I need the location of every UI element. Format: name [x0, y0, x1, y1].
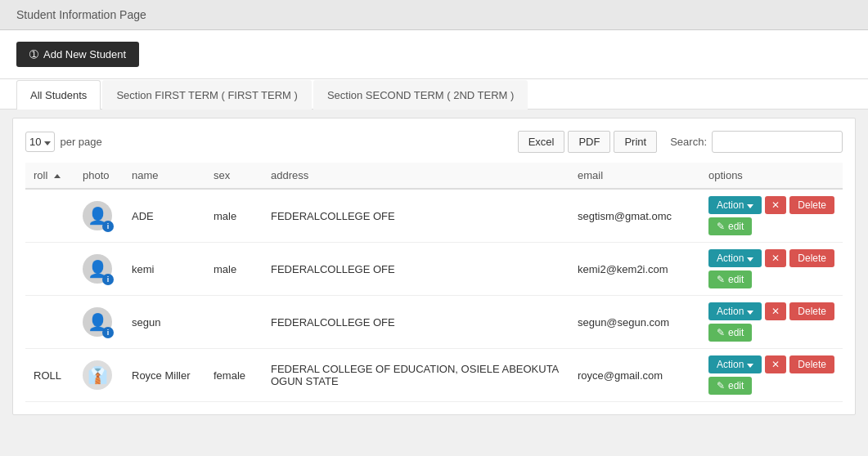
- action-button[interactable]: Action: [708, 249, 762, 267]
- cell-options: Action ✕ Delete ✎ edit: [700, 243, 843, 296]
- action-button[interactable]: Action: [708, 355, 762, 373]
- col-name: name: [124, 163, 205, 189]
- table-row: 👤 i ADEmaleFEDERALCOLLEGE OFEsegtism@gma…: [25, 189, 843, 243]
- pencil-icon: ✎: [717, 274, 725, 285]
- cell-photo: 👤 i: [74, 189, 124, 243]
- delete-button[interactable]: Delete: [789, 302, 834, 320]
- action-row-top: Action ✕ Delete: [708, 249, 834, 267]
- print-button[interactable]: Print: [614, 131, 657, 153]
- excel-button[interactable]: Excel: [518, 131, 565, 153]
- cell-email: segun@segun.com: [569, 296, 700, 349]
- table-header-row: roll photo name sex address: [25, 163, 843, 189]
- delete-label: Delete: [798, 199, 826, 211]
- delete-button[interactable]: Delete: [789, 355, 834, 373]
- per-page-select: 10 per page: [25, 132, 102, 152]
- cell-name: ADE: [124, 189, 205, 243]
- x-button[interactable]: ✕: [765, 302, 786, 320]
- x-button[interactable]: ✕: [765, 196, 786, 214]
- delete-label: Delete: [798, 253, 826, 264]
- delete-label: Delete: [798, 359, 826, 370]
- action-label: Action: [717, 253, 744, 264]
- table-controls: 10 per page Excel PDF Print: [25, 131, 843, 153]
- action-group: Action ✕ Delete ✎ edit: [708, 302, 834, 342]
- page-header: Student Information Page: [0, 0, 868, 30]
- search-container: Search:: [670, 131, 843, 153]
- table-row: 👤 i segunFEDERALCOLLEGE OFEsegun@segun.c…: [25, 296, 843, 349]
- cell-options: Action ✕ Delete ✎ edit: [700, 296, 843, 349]
- action-row-top: Action ✕ Delete: [708, 302, 834, 320]
- info-badge-icon: i: [102, 221, 114, 232]
- search-input[interactable]: [712, 131, 843, 153]
- edit-button[interactable]: ✎ edit: [708, 324, 752, 342]
- suit-person-icon: 👔: [88, 365, 108, 385]
- action-label: Action: [717, 306, 744, 317]
- action-button[interactable]: Action: [708, 196, 762, 214]
- col-sex: sex: [205, 163, 263, 189]
- chevron-down-icon: [44, 136, 51, 148]
- delete-button[interactable]: Delete: [789, 249, 834, 267]
- x-button[interactable]: ✕: [765, 355, 786, 373]
- avatar-container: 👤 i: [83, 307, 112, 337]
- cell-sex: male: [205, 243, 263, 296]
- avatar-container: 👤 i: [83, 201, 112, 230]
- edit-label: edit: [728, 380, 744, 391]
- cell-email: segtism@gmat.omc: [569, 189, 700, 243]
- tab-all-students[interactable]: All Students: [16, 80, 101, 110]
- edit-button[interactable]: ✎ edit: [708, 377, 752, 395]
- cell-sex: [205, 296, 263, 349]
- action-button[interactable]: Action: [708, 302, 762, 320]
- per-page-value: 10: [29, 136, 41, 148]
- students-table: roll photo name sex address: [25, 163, 843, 402]
- action-label: Action: [717, 359, 744, 370]
- cell-photo: 👤 i: [74, 296, 124, 349]
- tab-second-term[interactable]: Section SECOND TERM ( 2ND TERM ): [313, 80, 528, 110]
- cell-photo: 👔: [74, 349, 124, 402]
- tabs-bar: All Students Section FIRST TERM ( FIRST …: [0, 79, 868, 110]
- action-group: Action ✕ Delete ✎ edit: [708, 355, 834, 395]
- col-options: options: [700, 163, 843, 189]
- action-group: Action ✕ Delete ✎ edit: [708, 196, 834, 235]
- per-page-label: per page: [60, 136, 101, 148]
- cell-address: FEDERALCOLLEGE OFE: [263, 243, 569, 296]
- table-row: ROLL 👔 Royce MillerfemaleFEDERAL COLLEGE…: [25, 349, 843, 402]
- main-content: 10 per page Excel PDF Print: [12, 118, 856, 415]
- chevron-down-icon: [747, 306, 753, 317]
- cell-photo: 👤 i: [74, 243, 124, 296]
- add-new-student-button[interactable]: ➀ Add New Student: [16, 42, 139, 67]
- col-roll[interactable]: roll: [25, 163, 74, 189]
- cell-roll: [25, 243, 74, 296]
- cell-sex: male: [205, 189, 263, 243]
- cell-sex: female: [205, 349, 263, 402]
- delete-label: Delete: [798, 306, 826, 317]
- cell-email: kemi2@kem2i.com: [569, 243, 700, 296]
- col-photo: photo: [74, 163, 124, 189]
- cell-name: kemi: [124, 243, 205, 296]
- tab-first-term[interactable]: Section FIRST TERM ( FIRST TERM ): [102, 80, 312, 110]
- cell-options: Action ✕ Delete ✎ edit: [700, 349, 843, 402]
- cell-email: royce@gmail.com: [569, 349, 700, 402]
- action-row-bottom: ✎ edit: [708, 377, 834, 395]
- x-button[interactable]: ✕: [765, 249, 786, 267]
- search-label: Search:: [670, 136, 707, 148]
- cell-address: FEDERALCOLLEGE OFE: [263, 296, 569, 349]
- chevron-down-icon: [747, 253, 753, 264]
- sort-arrow-icon: [54, 174, 61, 178]
- pencil-icon: ✎: [717, 327, 725, 338]
- cell-options: Action ✕ Delete ✎ edit: [700, 189, 843, 243]
- add-button-label: Add New Student: [43, 48, 126, 60]
- edit-button[interactable]: ✎ edit: [708, 270, 752, 288]
- cell-address: FEDERALCOLLEGE OFE: [263, 189, 569, 243]
- per-page-dropdown[interactable]: 10: [25, 132, 55, 152]
- chevron-down-icon: [747, 359, 753, 370]
- cell-roll: [25, 189, 74, 243]
- col-address: address: [263, 163, 569, 189]
- chevron-down-icon: [747, 199, 753, 211]
- delete-button[interactable]: Delete: [789, 196, 834, 214]
- edit-button[interactable]: ✎ edit: [708, 217, 752, 235]
- edit-label: edit: [728, 221, 744, 232]
- info-badge-icon: i: [102, 274, 114, 285]
- toolbar: ➀ Add New Student: [0, 30, 868, 79]
- pdf-button[interactable]: PDF: [568, 131, 610, 153]
- action-row-bottom: ✎ edit: [708, 217, 834, 235]
- cell-name: segun: [124, 296, 205, 349]
